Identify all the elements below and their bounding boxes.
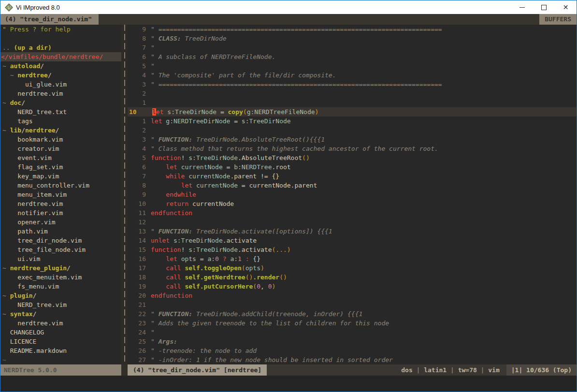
tree-item[interactable]: ui_glue.vim (0, 80, 121, 89)
code-line[interactable]: 12 (128, 218, 577, 227)
tree-item[interactable]: nerdtree.vim (0, 89, 121, 98)
tree-item[interactable]: path.vim (0, 227, 121, 236)
tree-item[interactable]: tree_dir_node.vim (0, 236, 121, 245)
tree-item[interactable]: ~ doc/ (0, 98, 121, 107)
tree-item[interactable]: README.markdown (0, 346, 121, 355)
code-line[interactable]: 10 return currentNode (128, 199, 577, 208)
tree-item[interactable]: exec_menuitem.vim (0, 273, 121, 282)
text-segment: " Press ? for help (2, 26, 71, 33)
code-line[interactable]: 3" =====================================… (128, 80, 577, 89)
vim-icon (5, 3, 13, 12)
tree-item[interactable]: tree_file_node.vim (0, 245, 121, 254)
tree-item[interactable]: ~ syntax/ (0, 309, 121, 319)
code-line[interactable]: 6" A subclass of NERDTreeFileNode. (128, 52, 577, 61)
code-line[interactable]: 19 call self.putCursorHere(0, 0) (128, 282, 577, 291)
text-segment: 0 (215, 255, 219, 262)
code-line[interactable]: 1 (128, 98, 577, 107)
code-line[interactable]: 17 call self.toggleOpen(opts) (128, 263, 577, 273)
text-segment: s:TreeDirNode (173, 237, 223, 244)
tree-item[interactable]: CHANGELOG (0, 328, 121, 337)
window-separator[interactable] (121, 25, 128, 364)
code-line[interactable]: 20endfunction (128, 291, 577, 300)
text-segment: {} (249, 255, 260, 262)
tree-item[interactable]: key_map.vim (0, 172, 121, 181)
close-button[interactable]: ✕ (555, 0, 577, 14)
tree-item[interactable]: tags (0, 116, 121, 126)
code-text: let opts = a:0 ? a:1 : {} (151, 254, 260, 263)
tree-item[interactable] (0, 34, 121, 43)
tree-item[interactable]: .. (up a dir) (0, 43, 121, 52)
code-line[interactable]: 23" Adds the given treenode to the list … (128, 319, 577, 328)
code-line[interactable]: 6 let currentNode = b:NERDTree.root (128, 162, 577, 172)
code-line[interactable]: 2 (128, 89, 577, 98)
tree-item[interactable]: nerdtree.vim (0, 199, 121, 208)
tree-item[interactable]: notifier.vim (0, 208, 121, 218)
code-line[interactable]: 15function! s:TreeDirNode.activate(...) (128, 245, 577, 254)
code-line[interactable]: 3" FUNCTION: TreeDirNode.AbsoluteTreeRoo… (128, 135, 577, 144)
tree-item[interactable]: menu_item.vim (0, 190, 121, 199)
code-text: function! s:TreeDirNode.AbsoluteTreeRoot… (151, 153, 310, 162)
code-line[interactable]: 11endfunction (128, 208, 577, 218)
code-line[interactable]: 21 (128, 300, 577, 309)
tree-item[interactable]: ~ (0, 355, 121, 364)
code-line[interactable]: 22" FUNCTION: TreeDirNode.addChild(treen… (128, 309, 577, 319)
code-line[interactable]: 5" (128, 61, 577, 71)
code-line[interactable]: 7" (128, 43, 577, 52)
tree-item[interactable]: ~ nerdtree/ (0, 71, 121, 80)
tree-item[interactable]: fs_menu.vim (0, 282, 121, 291)
tree-item[interactable]: ~ plugin/ (0, 291, 121, 300)
tree-item[interactable]: nerdtree.vim (0, 319, 121, 328)
code-line[interactable]: 9 endwhile (128, 190, 577, 199)
code-line[interactable]: 16 let opts = a:0 ? a:1 : {} (128, 254, 577, 263)
tree-item[interactable]: NERD_tree.vim (0, 300, 121, 309)
code-line[interactable]: 5function! s:TreeDirNode.AbsoluteTreeRoo… (128, 153, 577, 162)
code-line[interactable]: 4" Class method that returns the highest… (128, 144, 577, 153)
code-line[interactable]: 1let g:NERDTreeDirNode = s:TreeDirNode (128, 116, 577, 126)
tree-item[interactable]: ~ lib/nerdtree/ (0, 126, 121, 135)
code-line[interactable]: 25" Args: (128, 337, 577, 346)
maximize-button[interactable] (533, 0, 555, 14)
tree-item-selected[interactable]: </vimfiles/bundle/nerdtree/ (0, 52, 121, 61)
code-line[interactable]: 4" The 'composite' part of the file/dir … (128, 71, 577, 80)
code-line[interactable]: 8" CLASS: TreeDirNode (128, 34, 577, 43)
tree-item[interactable]: ~ autoload/ (0, 61, 121, 71)
tree-item[interactable]: menu_controller.vim (0, 181, 121, 190)
tree-item[interactable]: bookmark.vim (0, 135, 121, 144)
editor-panel[interactable]: 9" =====================================… (128, 25, 577, 364)
code-line[interactable]: 8 let currentNode = currentNode.parent (128, 181, 577, 190)
text-segment: = (230, 117, 241, 125)
code-line[interactable]: 9" =====================================… (128, 25, 577, 34)
tree-item[interactable]: flag_set.vim (0, 162, 121, 172)
tree-item[interactable]: creator.vim (0, 144, 121, 153)
code-line[interactable]: 26" -treenode: the node to add (128, 346, 577, 355)
command-line[interactable] (0, 376, 577, 392)
tree-item[interactable]: ~ nerdtree_plugin/ (0, 263, 121, 273)
code-line[interactable]: 13" FUNCTION: TreeDirNode.activate([opti… (128, 227, 577, 236)
code-line[interactable]: 27" -inOrder: 1 if the new node should b… (128, 355, 577, 364)
nerdtree-panel[interactable]: " Press ? for help.. (up a dir)</vimfile… (0, 25, 121, 364)
line-number: 10 (128, 107, 152, 116)
file-info-item: dos (401, 366, 412, 374)
tree-item[interactable]: " Press ? for help (0, 25, 121, 34)
code-line[interactable]: 24" (128, 328, 577, 337)
code-line[interactable]: 7 while currentNode.parent != {} (128, 172, 577, 181)
line-number: 18 (128, 273, 151, 282)
tree-item[interactable]: ui.vim (0, 254, 121, 263)
line-number: 14 (128, 236, 151, 245)
code-line-current[interactable]: 10let s:TreeDirNode = copy(g:NERDTreeFil… (128, 107, 577, 116)
text-segment: endfunction (151, 209, 192, 217)
buffer-tab[interactable]: (4) "tree_dir_node.vim" (0, 14, 99, 25)
text-segment: opts (181, 255, 196, 262)
tree-item[interactable]: LICENCE (0, 337, 121, 346)
minimize-button[interactable] (511, 0, 533, 14)
text-segment: / (40, 62, 44, 70)
text-segment (151, 191, 166, 198)
code-line[interactable]: 18 call self.getNerdtree().render() (128, 273, 577, 282)
code-line[interactable]: 2 (128, 126, 577, 135)
text-segment: ~ (2, 62, 10, 70)
tree-item[interactable]: NERD_tree.txt (0, 107, 121, 116)
code-line[interactable]: 14unlet s:TreeDirNode.activate (128, 236, 577, 245)
tree-item[interactable]: event.vim (0, 153, 121, 162)
line-number: 5 (128, 153, 151, 162)
tree-item[interactable]: opener.vim (0, 218, 121, 227)
